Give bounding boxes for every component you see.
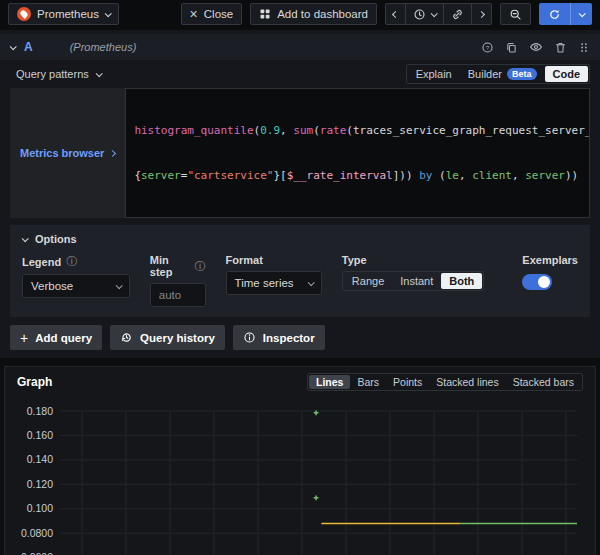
time-picker-button[interactable] bbox=[406, 4, 444, 24]
link-icon bbox=[451, 8, 464, 21]
svg-text:0.100: 0.100 bbox=[27, 502, 53, 514]
chevron-down-icon bbox=[95, 70, 102, 77]
graph-style-toggle: LinesBarsPointsStacked linesStacked bars bbox=[307, 373, 583, 391]
trash-icon bbox=[554, 41, 567, 54]
close-icon: × bbox=[190, 7, 198, 21]
option-label: Range bbox=[352, 275, 384, 287]
run-query-button[interactable] bbox=[539, 3, 570, 25]
chevron-right-icon bbox=[478, 10, 485, 17]
exemplars-field: Exemplars bbox=[522, 254, 578, 307]
chevron-down-icon bbox=[22, 235, 29, 242]
option-label: Code bbox=[553, 68, 581, 80]
option-code[interactable]: Code bbox=[545, 66, 589, 82]
query-history-label: Query history bbox=[140, 332, 215, 344]
add-to-dashboard-button[interactable]: Add to dashboard bbox=[250, 3, 377, 25]
remove-query-button[interactable] bbox=[554, 41, 567, 54]
exemplars-toggle[interactable] bbox=[522, 274, 552, 290]
option-stacked-bars[interactable]: Stacked bars bbox=[506, 375, 581, 389]
type-field: Type RangeInstantBoth bbox=[342, 254, 485, 307]
legend-select[interactable]: Verbose bbox=[22, 274, 130, 298]
eye-icon bbox=[529, 40, 543, 54]
min-step-input[interactable] bbox=[150, 283, 206, 307]
history-icon bbox=[120, 331, 133, 344]
option-stacked-lines[interactable]: Stacked lines bbox=[429, 375, 505, 389]
format-label: Format bbox=[226, 254, 263, 266]
share-link-button[interactable] bbox=[444, 4, 472, 24]
toggle-knob bbox=[538, 276, 550, 288]
legend-field: Legendⓘ Verbose bbox=[22, 254, 130, 307]
option-bars[interactable]: Bars bbox=[350, 375, 386, 389]
promql-query-input[interactable]: histogram_quantile(0.9, sum(rate(traces_… bbox=[125, 88, 590, 218]
query-editor-section: A (Prometheus) ? bbox=[0, 30, 600, 358]
option-label: Stacked bars bbox=[513, 376, 574, 388]
option-label: Explain bbox=[416, 68, 452, 80]
grafana-explore: Prometheus × Close Add to dashboard bbox=[0, 0, 600, 555]
time-back-button[interactable] bbox=[386, 4, 406, 24]
svg-text:0.180: 0.180 bbox=[27, 405, 53, 417]
option-label: Points bbox=[393, 376, 422, 388]
query-history-button[interactable]: Query history bbox=[110, 325, 225, 350]
help-circle-icon: ? bbox=[481, 41, 494, 54]
time-forward-button[interactable] bbox=[472, 4, 491, 24]
promql-line-1: histogram_quantile(0.9, sum(rate(traces_… bbox=[134, 123, 581, 138]
svg-text:0.160: 0.160 bbox=[27, 429, 53, 441]
editor-mode-toggle: ExplainBuilderBetaCode bbox=[406, 64, 590, 84]
option-range[interactable]: Range bbox=[344, 273, 392, 289]
option-both[interactable]: Both bbox=[441, 273, 482, 289]
query-type-toggle: RangeInstantBoth bbox=[342, 271, 485, 291]
promql-line-2: {server="cartservice"}[$__rate_interval]… bbox=[134, 168, 581, 183]
refresh-interval-button[interactable] bbox=[570, 3, 592, 25]
prometheus-logo-icon bbox=[17, 7, 31, 21]
option-explain[interactable]: Explain bbox=[408, 66, 460, 82]
add-query-button[interactable]: + Add query bbox=[10, 325, 102, 350]
toolbar-actions: × Close Add to dashboard bbox=[181, 3, 592, 25]
close-button[interactable]: × Close bbox=[181, 3, 243, 25]
inspector-button[interactable]: Inspector bbox=[233, 325, 325, 350]
promql-editor-row: Metrics browser histogram_quantile(0.9, … bbox=[10, 88, 590, 218]
option-label: Builder bbox=[468, 68, 502, 80]
option-label: Stacked lines bbox=[436, 376, 498, 388]
option-builder[interactable]: BuilderBeta bbox=[460, 66, 545, 82]
options-fields: Legendⓘ Verbose Min stepⓘ Format Time se… bbox=[22, 254, 578, 307]
option-label: Bars bbox=[357, 376, 379, 388]
copy-icon bbox=[505, 41, 518, 54]
option-points[interactable]: Points bbox=[386, 375, 429, 389]
hide-query-button[interactable] bbox=[529, 40, 543, 54]
add-to-dashboard-label: Add to dashboard bbox=[277, 8, 368, 20]
svg-text:0.140: 0.140 bbox=[27, 453, 53, 465]
type-label: Type bbox=[342, 254, 367, 266]
graph-header: Graph LinesBarsPointsStacked linesStacke… bbox=[5, 367, 595, 393]
info-icon[interactable]: ⓘ bbox=[195, 259, 206, 274]
query-help-button[interactable]: ? bbox=[481, 41, 494, 54]
format-select[interactable]: Time series bbox=[226, 271, 322, 295]
query-patterns-button[interactable]: Query patterns bbox=[10, 64, 107, 84]
chevron-down-icon bbox=[105, 10, 112, 17]
chevron-down-icon bbox=[579, 10, 586, 17]
info-icon[interactable]: ⓘ bbox=[66, 254, 77, 269]
metrics-browser-button[interactable]: Metrics browser bbox=[10, 88, 125, 218]
collapse-query-icon[interactable] bbox=[10, 43, 17, 50]
query-patterns-label: Query patterns bbox=[16, 68, 89, 80]
legend-select-value: Verbose bbox=[31, 280, 73, 292]
option-instant[interactable]: Instant bbox=[392, 273, 441, 289]
time-series-chart[interactable]: 00.02000.04000.06000.08000.1000.1200.140… bbox=[5, 395, 595, 555]
query-actions-row: + Add query Query history Inspector bbox=[0, 317, 600, 352]
min-step-field: Min stepⓘ bbox=[150, 254, 206, 307]
apps-grid-icon bbox=[259, 8, 271, 20]
options-collapse-header[interactable]: Options bbox=[22, 233, 578, 245]
inspector-label: Inspector bbox=[263, 332, 315, 344]
svg-text:0.120: 0.120 bbox=[27, 478, 53, 490]
refresh-icon bbox=[548, 8, 561, 21]
zoom-out-button[interactable] bbox=[500, 3, 531, 25]
info-circle-icon bbox=[243, 331, 256, 344]
min-step-label: Min step bbox=[150, 254, 190, 278]
drag-handle-icon[interactable] bbox=[578, 41, 590, 54]
query-row-header: A (Prometheus) ? bbox=[0, 34, 600, 60]
datasource-name: Prometheus bbox=[37, 8, 99, 20]
option-lines[interactable]: Lines bbox=[309, 375, 350, 389]
datasource-picker[interactable]: Prometheus bbox=[8, 3, 119, 25]
duplicate-query-button[interactable] bbox=[505, 41, 518, 54]
options-title: Options bbox=[35, 233, 77, 245]
format-field: Format Time series bbox=[226, 254, 322, 307]
zoom-out-icon bbox=[509, 8, 522, 21]
